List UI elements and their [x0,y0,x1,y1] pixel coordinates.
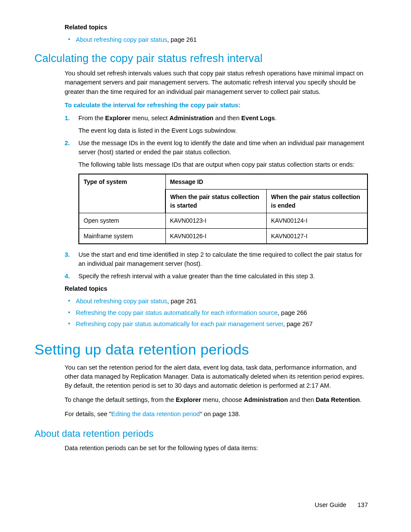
message-id-table: Type of system Message ID When the pair … [78,174,368,244]
related-suffix: , page 261 [167,36,197,43]
related-topics-list: About refreshing copy pair status, page … [65,35,368,44]
step-text: . [275,115,277,121]
instruction-heading: To calculate the interval for refreshing… [65,102,368,109]
step-text: menu, select [131,115,169,121]
step-item: Use the start and end time identified in… [65,250,368,268]
related-topic-item: About refreshing copy pair status, page … [65,35,368,44]
cell-start: KAVN00126-I [165,228,267,244]
text: menu, choose [201,396,244,403]
th-end: When the pair status collection is ended [267,189,368,213]
about-retention-paragraph: Data retention periods can be set for th… [65,444,368,453]
bold: Explorer [176,396,201,403]
page-footer: User Guide 137 [314,501,368,508]
related-topic-item: Refreshing the copy pair status automati… [65,308,368,317]
step-item: From the Explorer menu, select Administr… [65,114,368,135]
step-text: Specify the refresh interval with a valu… [78,273,315,280]
inline-link[interactable]: Editing the data retention period [111,411,200,417]
related-topics-list: About refreshing copy pair status, page … [65,296,368,329]
step-bold: Explorer [105,115,131,121]
step-sub: The following table lists message IDs th… [78,160,368,169]
step-sub: The event log data is listed in the Even… [78,126,368,135]
related-link[interactable]: Refreshing copy pair status automaticall… [76,320,283,327]
text: . [360,396,361,403]
intro-paragraph: You should set refresh intervals values … [65,69,368,96]
retention-paragraph: You can set the retention period for the… [65,363,368,390]
cell-end: KAVN00124-I [267,213,368,228]
section-heading-calculating: Calculating the copy pair status refresh… [34,52,368,65]
step-bold: Event Logs [241,115,275,121]
retention-paragraph: To change the default settings, from the… [65,395,368,404]
retention-paragraph: For details, see "Editing the data reten… [65,410,368,419]
step-text: and then [213,115,241,121]
th-msgid: Message ID [165,174,367,190]
cell-start: KAVN00123-I [165,213,267,228]
related-link[interactable]: Refreshing the copy pair status automati… [76,309,277,316]
cell-end: KAVN00127-I [267,228,368,244]
sub-heading-about-retention: About data retention periods [34,428,368,439]
text: and then [288,396,316,403]
text: " on page 138. [200,411,240,417]
related-suffix: , page 266 [277,309,307,316]
step-bold: Administration [169,115,213,121]
related-link[interactable]: About refreshing copy pair status [76,298,167,305]
table-row: Open system KAVN00123-I KAVN00124-I [79,213,367,228]
step-item: Specify the refresh interval with a valu… [65,272,368,281]
related-topic-item: About refreshing copy pair status, page … [65,296,368,306]
table-row: Mainframe system KAVN00126-I KAVN00127-I [79,228,367,244]
cell-type: Mainframe system [79,228,165,244]
step-text: From the [78,115,105,121]
step-item: Use the message IDs in the event log to … [65,139,368,245]
related-suffix: , page 261 [167,298,197,305]
text: For details, see " [65,411,111,417]
bold: Administration [244,396,288,403]
related-topics-heading: Related topics [65,24,368,31]
related-topic-item: Refreshing copy pair status automaticall… [65,319,368,329]
cell-type: Open system [79,213,165,228]
related-suffix: , page 267 [283,320,313,327]
page-number: 137 [358,501,368,508]
footer-label: User Guide [314,501,346,508]
th-start: When the pair status collection is start… [165,189,267,213]
step-text: Use the start and end time identified in… [78,251,362,267]
section-heading-retention: Setting up data retention periods [34,341,368,358]
th-type: Type of system [79,174,165,213]
related-topics-heading: Related topics [65,285,368,292]
text: To change the default settings, from the [65,396,176,403]
related-link[interactable]: About refreshing copy pair status [76,36,167,43]
bold: Data Retention [316,396,360,403]
steps-list: From the Explorer menu, select Administr… [65,114,368,281]
step-text: Use the message IDs in the event log to … [78,140,364,156]
